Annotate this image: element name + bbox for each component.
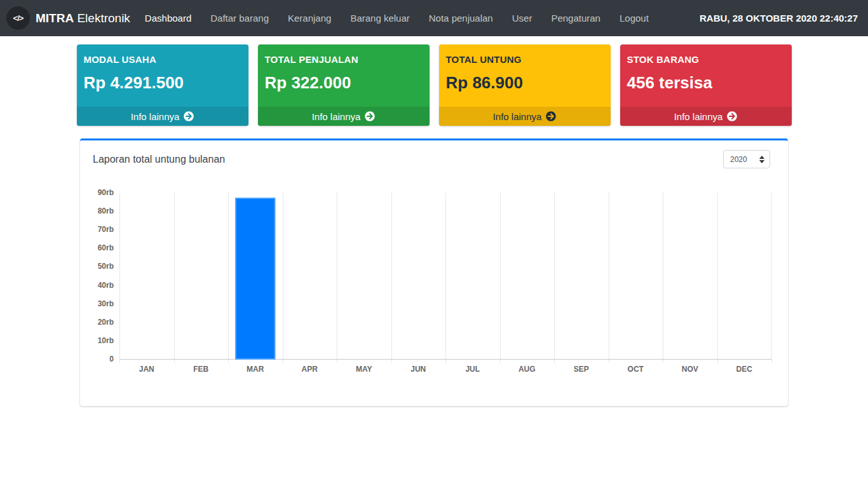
stat-card-value: Rp 4.291.500 xyxy=(84,73,241,93)
y-tick-label: 80rb xyxy=(98,207,114,215)
y-tick-label: 30rb xyxy=(98,299,114,308)
brand-title-regular: Elektronik xyxy=(77,11,130,25)
navbar-datetime: RABU, 28 OKTOBER 2020 22:40:27 xyxy=(700,13,858,24)
y-tick-label: 20rb xyxy=(98,318,114,327)
x-tick-label: FEB xyxy=(193,365,208,374)
y-tick-label: 0 xyxy=(109,355,114,363)
nav-item-keranjang[interactable]: Keranjang xyxy=(278,8,341,29)
brand[interactable]: </> MITRA Elektronik xyxy=(6,6,130,30)
nav-item-dashboard[interactable]: Dashboard xyxy=(135,8,201,29)
nav-item-barang-keluar[interactable]: Barang keluar xyxy=(341,8,419,29)
y-tick-label: 40rb xyxy=(98,281,114,290)
stat-card-body: TOTAL UNTUNGRp 86.900 xyxy=(439,44,611,93)
card-footer-label: Info lainnya xyxy=(131,111,180,122)
y-tick-label: 10rb xyxy=(98,336,114,345)
x-tick-label: JAN xyxy=(139,365,154,374)
bar-chart: 010rb20rb30rb40rb50rb60rb70rb80rb90rbJAN… xyxy=(80,185,788,381)
bar-mar xyxy=(236,198,275,359)
year-select-wrap: 2020 xyxy=(723,150,770,168)
nav-item-pengaturan[interactable]: Pengaturan xyxy=(541,8,610,29)
x-tick-label: JUL xyxy=(465,365,480,374)
x-tick-label: AUG xyxy=(519,365,536,374)
card-footer-label: Info lainnya xyxy=(674,111,723,122)
brand-title-bold: MITRA xyxy=(36,11,74,25)
x-tick-label: MAR xyxy=(247,365,264,374)
brand-title: MITRA Elektronik xyxy=(36,11,130,25)
x-tick-label: NOV xyxy=(682,365,698,374)
nav-item-daftar-barang[interactable]: Daftar barang xyxy=(201,8,278,29)
stat-card-body: STOK BARANG456 tersisa xyxy=(620,44,792,93)
stat-card-stok-barang: STOK BARANG456 tersisaInfo lainnya xyxy=(620,44,792,126)
card-footer-label: Info lainnya xyxy=(493,111,542,122)
y-tick-label: 60rb xyxy=(98,243,114,252)
stat-card-modal-usaha: MODAL USAHARp 4.291.500Info lainnya xyxy=(77,44,248,126)
x-tick-label: DEC xyxy=(736,365,753,374)
y-tick-label: 70rb xyxy=(98,225,114,234)
chart-body: 010rb20rb30rb40rb50rb60rb70rb80rb90rbJAN… xyxy=(80,177,788,406)
chart-card-header: Laporan total untung bulanan 2020 xyxy=(80,140,788,177)
card-footer-link[interactable]: Info lainnya xyxy=(258,107,430,126)
card-footer-link[interactable]: Info lainnya xyxy=(77,107,248,126)
navbar: </> MITRA Elektronik DashboardDaftar bar… xyxy=(0,0,868,36)
stat-card-title: TOTAL PENJUALAN xyxy=(265,54,422,65)
card-footer-link[interactable]: Info lainnya xyxy=(620,107,792,126)
x-tick-label: OCT xyxy=(628,365,644,374)
y-tick-label: 50rb xyxy=(98,262,114,271)
stat-card-total-untung: TOTAL UNTUNGRp 86.900Info lainnya xyxy=(439,44,611,126)
x-tick-label: SEP xyxy=(574,365,589,374)
code-icon: </> xyxy=(6,6,30,30)
stat-cards-row: MODAL USAHARp 4.291.500Info lainnyaTOTAL… xyxy=(72,44,796,126)
stat-card-total-penjualan: TOTAL PENJUALANRp 322.000Info lainnya xyxy=(258,44,430,126)
y-tick-label: 90rb xyxy=(98,188,114,197)
card-footer-link[interactable]: Info lainnya xyxy=(439,107,611,126)
nav-item-logout[interactable]: Logout xyxy=(610,8,658,29)
arrow-circle-right-icon xyxy=(727,111,737,121)
nav-menu: DashboardDaftar barangKeranjangBarang ke… xyxy=(135,8,658,29)
stat-card-value: Rp 86.900 xyxy=(446,73,603,93)
stat-card-title: MODAL USAHA xyxy=(84,54,241,65)
nav-item-user[interactable]: User xyxy=(503,8,542,29)
stat-card-body: TOTAL PENJUALANRp 322.000 xyxy=(258,44,430,93)
stat-card-value: Rp 322.000 xyxy=(265,73,422,93)
arrow-circle-right-icon xyxy=(184,111,194,121)
arrow-circle-right-icon xyxy=(365,111,375,121)
stat-card-value: 456 tersisa xyxy=(627,73,784,93)
x-tick-label: MAY xyxy=(356,365,372,374)
main-content: MODAL USAHARp 4.291.500Info lainnyaTOTAL… xyxy=(0,36,868,406)
chart-card: Laporan total untung bulanan 2020 010rb2… xyxy=(80,139,788,406)
stat-card-body: MODAL USAHARp 4.291.500 xyxy=(77,44,248,93)
chart-title: Laporan total untung bulanan xyxy=(93,154,225,165)
year-select[interactable]: 2020 xyxy=(723,150,770,168)
nav-item-nota-penjualan[interactable]: Nota penjualan xyxy=(419,8,503,29)
x-tick-label: APR xyxy=(302,365,318,374)
card-footer-label: Info lainnya xyxy=(312,111,361,122)
stat-card-title: TOTAL UNTUNG xyxy=(446,54,603,65)
arrow-circle-right-icon xyxy=(546,111,556,121)
x-tick-label: JUN xyxy=(410,365,426,374)
stat-card-title: STOK BARANG xyxy=(627,54,784,65)
